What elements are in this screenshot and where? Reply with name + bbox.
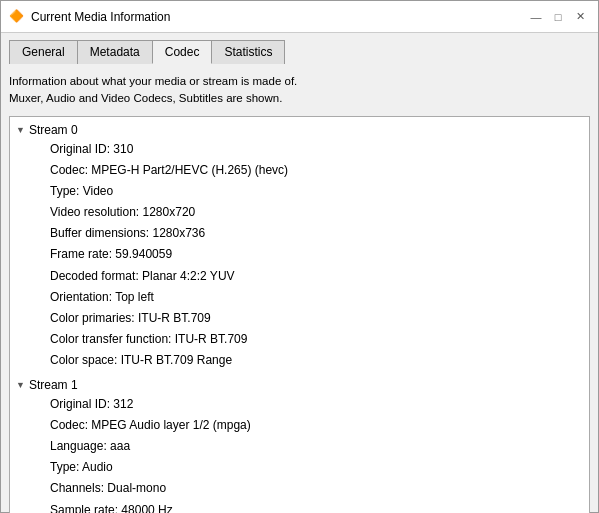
stream-0-item-7: Orientation: Top left [10, 287, 589, 308]
stream-1-header[interactable]: ▼ Stream 1 [10, 376, 589, 394]
stream-0-item-3: Video resolution: 1280x720 [10, 202, 589, 223]
window-title: Current Media Information [31, 10, 170, 24]
stream-0-item-2: Type: Video [10, 181, 589, 202]
stream-0-item-1: Codec: MPEG-H Part2/HEVC (H.265) (hevc) [10, 160, 589, 181]
stream-0-section: ▼ Stream 0 Original ID: 310 Codec: MPEG-… [10, 121, 589, 372]
stream-0-item-6: Decoded format: Planar 4:2:2 YUV [10, 266, 589, 287]
stream-0-item-8: Color primaries: ITU-R BT.709 [10, 308, 589, 329]
stream-1-item-1: Codec: MPEG Audio layer 1/2 (mpga) [10, 415, 589, 436]
stream-1-item-5: Sample rate: 48000 Hz [10, 500, 589, 514]
stream-0-arrow: ▼ [16, 125, 25, 135]
stream-1-title: Stream 1 [29, 378, 78, 392]
tab-general[interactable]: General [9, 40, 78, 64]
stream-0-item-9: Color transfer function: ITU-R BT.709 [10, 329, 589, 350]
tab-metadata[interactable]: Metadata [77, 40, 153, 64]
info-line2: Muxer, Audio and Video Codecs, Subtitles… [9, 92, 282, 104]
title-bar-controls: — □ ✕ [526, 7, 590, 27]
content-area: Information about what your media or str… [1, 63, 598, 513]
stream-0-item-0: Original ID: 310 [10, 139, 589, 160]
stream-1-item-3: Type: Audio [10, 457, 589, 478]
stream-0-item-4: Buffer dimensions: 1280x736 [10, 223, 589, 244]
title-bar: 🔶 Current Media Information — □ ✕ [1, 1, 598, 33]
stream-1-section: ▼ Stream 1 Original ID: 312 Codec: MPEG … [10, 376, 589, 513]
stream-1-arrow: ▼ [16, 380, 25, 390]
info-description: Information about what your media or str… [9, 71, 590, 110]
vlc-icon: 🔶 [9, 9, 25, 25]
stream-0-item-5: Frame rate: 59.940059 [10, 244, 589, 265]
stream-box: ▼ Stream 0 Original ID: 310 Codec: MPEG-… [9, 116, 590, 514]
stream-scroll[interactable]: ▼ Stream 0 Original ID: 310 Codec: MPEG-… [10, 117, 589, 514]
stream-0-header[interactable]: ▼ Stream 0 [10, 121, 589, 139]
tab-codec[interactable]: Codec [152, 40, 213, 64]
main-window: 🔶 Current Media Information — □ ✕ Genera… [0, 0, 599, 513]
maximize-button[interactable]: □ [548, 7, 568, 27]
stream-0-item-10: Color space: ITU-R BT.709 Range [10, 350, 589, 371]
stream-1-item-4: Channels: Dual-mono [10, 478, 589, 499]
tab-statistics[interactable]: Statistics [211, 40, 285, 64]
title-bar-left: 🔶 Current Media Information [9, 9, 170, 25]
minimize-button[interactable]: — [526, 7, 546, 27]
stream-1-item-0: Original ID: 312 [10, 394, 589, 415]
stream-0-title: Stream 0 [29, 123, 78, 137]
tabs-bar: General Metadata Codec Statistics [1, 33, 598, 63]
stream-1-item-2: Language: aaa [10, 436, 589, 457]
info-line1: Information about what your media or str… [9, 75, 297, 87]
window-close-button[interactable]: ✕ [570, 7, 590, 27]
